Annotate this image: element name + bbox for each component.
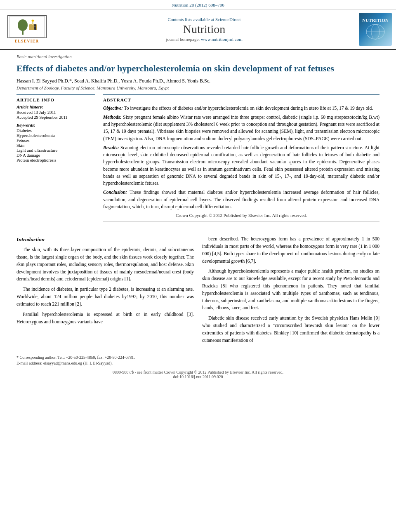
keyword-6: DNA damage — [16, 153, 95, 158]
svg-rect-7 — [34, 26, 36, 30]
journal-cover-svg — [364, 23, 387, 41]
article-section: Basic nutritional investigation Effects … — [0, 50, 396, 231]
conclusion-label: Conclusion: — [103, 190, 127, 195]
doi-line: doi:10.1016/j.nut.2011.09.020 — [16, 374, 380, 379]
history-label: Article history: — [16, 105, 95, 109]
accepted-date: Accepted 29 September 2011 — [16, 115, 95, 120]
results-text: Scanning electron microscopic observatio… — [103, 145, 380, 186]
article-history: Article history: Received 13 July 2011 A… — [16, 105, 95, 120]
email-label: E-mail address: — [16, 361, 42, 365]
elsevier-brand-text: ELSEVIER — [15, 39, 39, 43]
results-label: Results: — [103, 145, 119, 150]
footer: 0899-9007/$ - see front matter Crown Cop… — [0, 368, 396, 381]
email-note: E-mail address: elsayyad@mans.edu.eg (H.… — [16, 360, 380, 366]
keywords-label: Keywords: — [16, 123, 95, 127]
section-type: Basic nutritional investigation — [16, 54, 380, 60]
intro-para-5: Although hypercholesterolemia represents… — [202, 268, 380, 312]
svg-point-2 — [18, 19, 28, 31]
intro-para-3: Familial hypercholesterolemia is express… — [16, 311, 194, 326]
journal-cover-image: NUTRITION — [359, 13, 392, 46]
corresponding-note: * Corresponding author. Tel.: +20-50-225… — [16, 355, 380, 360]
abstract-results: Results: Scanning electron microscopic o… — [103, 144, 380, 187]
sciencedirect-line: Contents lists available at ScienceDirec… — [50, 17, 359, 22]
affiliation: Department of Zoology, Faculty of Scienc… — [16, 85, 380, 90]
intro-para-2: The incidence of diabetes, in particular… — [16, 286, 194, 308]
keyword-1: Diabetes — [16, 128, 95, 133]
svg-point-5 — [31, 19, 34, 21]
homepage-url[interactable]: www.nutritionjrnl.com — [201, 37, 243, 42]
issn-line: 0899-9007/$ - see front matter Crown Cop… — [16, 370, 380, 374]
abstract-heading: ABSTRACT — [103, 97, 380, 102]
abstract-text: Objective: To investigate the effects of… — [103, 105, 380, 211]
abstract-objective: Objective: To investigate the effects of… — [103, 105, 380, 112]
methods-label: Methods: — [103, 115, 122, 120]
info-abstract-section: ARTICLE INFO Article history: Received 1… — [16, 94, 380, 222]
body-column-right: been described. The heterozygous form ha… — [202, 235, 380, 347]
introduction-heading: Introduction — [16, 235, 194, 244]
keywords-list: Diabetes Hypercholesterolemia Fetuses Sk… — [16, 128, 95, 162]
journal-title: Nutrition — [50, 23, 359, 36]
abstract-copyright: Crown Copyright © 2012 Published by Else… — [103, 213, 380, 221]
sciencedirect-link[interactable]: ScienceDirect — [215, 17, 241, 22]
objective-label: Objective: — [103, 106, 123, 111]
authors: Hassan I. El-Sayyad Ph.D.*, Soad A. Khal… — [16, 78, 380, 84]
methods-text: Sixty pregnant female albino Wistar rats… — [103, 115, 380, 141]
abstract-methods: Methods: Sixty pregnant female albino Wi… — [103, 114, 380, 142]
journal-center: Contents lists available at ScienceDirec… — [50, 17, 359, 42]
footnotes-area: * Corresponding author. Tel.: +20-50-225… — [0, 352, 396, 368]
keyword-7: Protein electrophoresis — [16, 158, 95, 162]
elsevier-logo-svg — [9, 16, 45, 38]
intro-para-6: Diabetic skin disease received early att… — [202, 315, 380, 344]
intro-para-1: The skin, with its three-layer compositi… — [16, 246, 194, 283]
conclusion-text: These findings showed that maternal diab… — [103, 190, 380, 209]
email-value: elsayyad@mans.edu.eg (H. I. El-Sayyad). — [43, 361, 113, 365]
intro-para-4: been described. The heterozygous form ha… — [202, 235, 380, 265]
keywords-section: Keywords: Diabetes Hypercholesterolemia … — [16, 123, 95, 162]
journal-cover-label: NUTRITION — [362, 18, 389, 23]
citation-bar: Nutrition 28 (2012) 698–706 — [0, 0, 396, 9]
article-info-heading: ARTICLE INFO — [16, 97, 95, 102]
keyword-5: Light and ultrastructure — [16, 148, 95, 153]
objective-text: To investigate the effects of diabetes a… — [124, 106, 373, 111]
body-column-left: Introduction The skin, with its three-la… — [16, 235, 194, 347]
svg-point-6 — [34, 24, 36, 26]
abstract-conclusion: Conclusion: These findings showed that m… — [103, 189, 380, 210]
elsevier-logo-image — [7, 15, 47, 38]
keyword-2: Hypercholesterolemia — [16, 133, 95, 138]
article-info-panel: ARTICLE INFO Article history: Received 1… — [16, 94, 95, 222]
received-date: Received 13 July 2011 — [16, 110, 95, 115]
keyword-3: Fetuses — [16, 138, 95, 143]
article-body: Introduction The skin, with its three-la… — [0, 231, 396, 352]
citation-text: Nutrition 28 (2012) 698–706 — [172, 2, 224, 7]
journal-homepage: journal homepage: www.nutritionjrnl.com — [50, 37, 359, 42]
article-title: Effects of diabetes and/or hypercholeste… — [16, 63, 380, 75]
elsevier-logo-area: ELSEVIER — [4, 15, 50, 43]
journal-header: ELSEVIER Contents lists available at Sci… — [0, 9, 396, 50]
keyword-4: Skin — [16, 143, 95, 148]
abstract-panel: ABSTRACT Objective: To investigate the e… — [103, 94, 380, 222]
authors-text: Hassan I. El-Sayyad Ph.D.*, Soad A. Khal… — [16, 78, 210, 84]
